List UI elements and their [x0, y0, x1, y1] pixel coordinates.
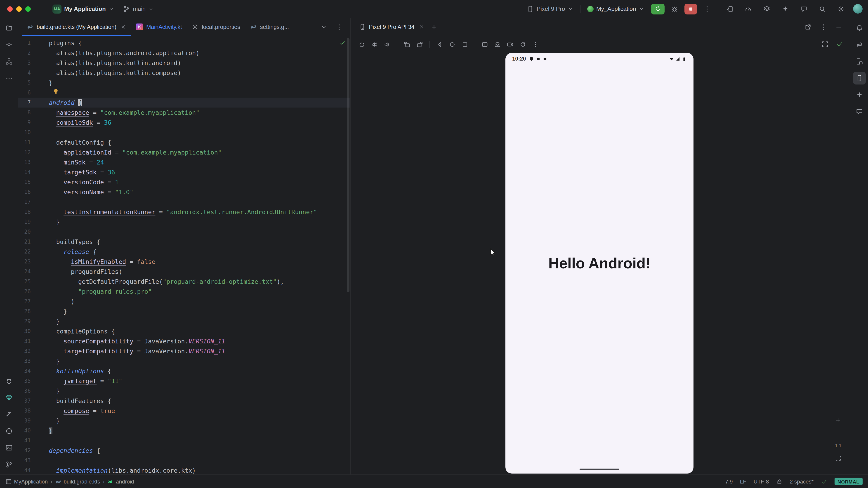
stop-button[interactable] [684, 3, 697, 14]
app-inspection-button[interactable] [761, 2, 773, 15]
editor-tab-build-gradle-kts-my-application[interactable]: build.gradle.kts (My Application) [22, 18, 131, 36]
code-line-19[interactable]: 19 } [18, 217, 350, 227]
indent-widget[interactable]: 2 spaces* [790, 478, 813, 485]
code-line-17[interactable]: 17 [18, 197, 350, 207]
code-line-29[interactable]: 29 } [18, 316, 350, 326]
volume-down-button[interactable] [381, 39, 393, 50]
code-line-35[interactable]: 35 jvmTarget = "11" [18, 376, 350, 386]
close-tab-icon[interactable] [121, 24, 126, 30]
code-line-16[interactable]: 16 versionName = "1.0" [18, 187, 350, 197]
code-line-3[interactable]: 3 alias(libs.plugins.kotlin.android) [18, 58, 350, 68]
fullscreen-window-button[interactable] [25, 6, 31, 11]
open-in-new-window-button[interactable] [803, 22, 813, 32]
project-tool-button[interactable] [2, 22, 15, 34]
code-line-26[interactable]: 26 "proguard-rules.pro" [18, 287, 350, 296]
editor-scrollbar[interactable] [347, 38, 349, 292]
notifications-button[interactable] [853, 22, 866, 34]
code-line-36[interactable]: 36 } [18, 386, 350, 396]
code-line-33[interactable]: 33 } [18, 356, 350, 366]
zoom-fit-button[interactable] [834, 454, 843, 463]
screenshot-button[interactable] [492, 39, 503, 50]
search-everywhere-button[interactable] [816, 2, 829, 15]
code-line-22[interactable]: 22 release { [18, 247, 350, 257]
breadcrumb-element[interactable]: android [107, 478, 134, 485]
profile-avatar[interactable] [853, 4, 863, 13]
line-separator-widget[interactable]: LF [740, 478, 746, 485]
version-control-tool-button[interactable] [2, 458, 15, 471]
volume-up-button[interactable] [369, 39, 380, 50]
zoom-reset-button[interactable]: 1:1 [834, 441, 843, 450]
code-line-21[interactable]: 21 buildTypes { [18, 237, 350, 247]
zoom-out-button[interactable] [834, 428, 843, 437]
minimize-window-button[interactable] [16, 6, 22, 11]
navigation-handle[interactable] [580, 468, 619, 470]
breadcrumb-file[interactable]: build.gradle.kts [55, 478, 100, 485]
problems-tool-button[interactable] [2, 425, 15, 437]
code-line-11[interactable]: 11 defaultConfig { [18, 137, 350, 147]
device-ready-icon[interactable] [835, 39, 844, 49]
code-line-5[interactable]: 5} [18, 78, 350, 88]
run-configuration-selector[interactable]: My_Application [585, 4, 647, 14]
readonly-lock-widget[interactable] [776, 478, 782, 485]
breadcrumb-project[interactable]: MyApplication [5, 478, 48, 485]
more-tool-windows-button[interactable] [2, 72, 15, 85]
intention-bulb-icon[interactable] [53, 88, 59, 95]
device-screen[interactable]: 10:20 Hello Android! [505, 53, 693, 474]
code-line-37[interactable]: 37 buildFeatures { [18, 396, 350, 406]
code-line-4[interactable]: 4 alias(libs.plugins.kotlin.compose) [18, 68, 350, 78]
editor-tab-local-properties[interactable]: local.properties [187, 18, 245, 36]
restart-button[interactable] [517, 39, 528, 50]
code-line-40[interactable]: 40} [18, 426, 350, 435]
code-line-8[interactable]: 8 namespace = "com.example.myapplication… [18, 107, 350, 118]
code-line-7[interactable]: 7android { [18, 98, 350, 107]
feedback-button[interactable] [798, 2, 810, 15]
code-line-28[interactable]: 28 } [18, 306, 350, 316]
code-line-44[interactable]: 44 implementation(libs.androidx.core.ktx… [18, 465, 350, 475]
editor-tab-mainactivity-kt[interactable]: KMainActivity.kt [131, 18, 187, 36]
code-line-9[interactable]: 9 compileSdk = 36 [18, 118, 350, 127]
rotate-right-button[interactable] [414, 39, 426, 50]
commit-tool-button[interactable] [2, 38, 15, 51]
code-line-30[interactable]: 30 compileOptions { [18, 326, 350, 336]
app-quality-insights-tool-button[interactable] [2, 391, 15, 404]
screen-record-button[interactable] [504, 39, 516, 50]
code-line-2[interactable]: 2 alias(libs.plugins.android.application… [18, 48, 350, 58]
gemini-tool-button[interactable] [853, 89, 866, 101]
panel-options-button[interactable] [818, 22, 828, 32]
editor-tab-settings-g[interactable]: settings.g... [245, 18, 294, 36]
ideavim-widget[interactable] [821, 478, 827, 485]
device-manager-button[interactable] [723, 2, 736, 15]
running-devices-tool-button[interactable] [853, 72, 866, 85]
overview-button[interactable] [459, 39, 471, 50]
code-line-43[interactable]: 43 [18, 455, 350, 465]
inspections-ok-icon[interactable] [339, 39, 346, 46]
code-line-6[interactable]: 6 [18, 88, 350, 98]
code-line-14[interactable]: 14 targetSdk = 36 [18, 167, 350, 177]
code-line-32[interactable]: 32 targetCompatibility = JavaVersion.VER… [18, 346, 350, 356]
code-line-25[interactable]: 25 getDefaultProguardFile("proguard-andr… [18, 276, 350, 287]
code-line-38[interactable]: 38 compose = true [18, 406, 350, 416]
encoding-widget[interactable]: UTF-8 [754, 478, 769, 485]
device-selector[interactable]: Pixel 9 Pro [524, 3, 576, 14]
code-line-20[interactable]: 20 [18, 227, 350, 237]
structure-tool-button[interactable] [2, 55, 15, 68]
code-line-1[interactable]: 1plugins { [18, 38, 350, 48]
device-explorer-tool-button[interactable] [853, 55, 866, 68]
code-line-24[interactable]: 24 proguardFiles( [18, 267, 350, 276]
display-mode-button[interactable] [820, 39, 830, 49]
hide-panel-button[interactable] [834, 22, 844, 32]
close-device-tab-icon[interactable] [418, 24, 425, 30]
rotate-left-button[interactable] [401, 39, 413, 50]
caret-position-widget[interactable]: 7:9 [725, 478, 733, 485]
code-line-42[interactable]: 42dependencies { [18, 446, 350, 455]
vim-mode-badge[interactable]: NORMAL [834, 478, 863, 485]
home-button[interactable] [447, 39, 458, 50]
debug-button[interactable] [669, 3, 680, 15]
rerun-button[interactable] [651, 3, 664, 14]
code-line-12[interactable]: 12 applicationId = "com.example.myapplic… [18, 147, 350, 157]
editor-tab-options-button[interactable] [334, 22, 344, 32]
code-line-10[interactable]: 10 [18, 127, 350, 137]
gemini-button[interactable] [779, 2, 792, 15]
gradle-tool-button[interactable] [853, 38, 866, 51]
add-device-button[interactable] [429, 22, 439, 32]
